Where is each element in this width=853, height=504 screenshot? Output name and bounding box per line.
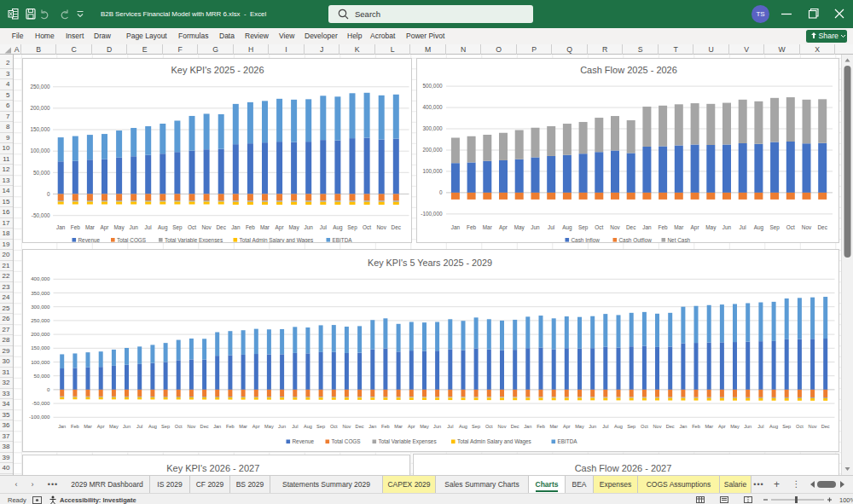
svg-text:May: May (705, 223, 717, 230)
svg-text:Nov: Nov (653, 423, 661, 428)
svg-text:Jan: Jan (450, 223, 460, 229)
svg-text:300,000: 300,000 (422, 125, 443, 131)
svg-text:Key KPI's 2025 - 2026: Key KPI's 2025 - 2026 (171, 64, 264, 74)
svg-text:200,000: 200,000 (31, 331, 50, 337)
svg-text:Mar: Mar (482, 223, 492, 229)
svg-text:May: May (288, 223, 299, 230)
svg-text:Apr: Apr (690, 223, 699, 230)
svg-text:Jan: Jan (524, 423, 531, 428)
svg-text:Revenue: Revenue (78, 236, 100, 242)
svg-text:200,000: 200,000 (30, 105, 50, 111)
svg-text:Dec: Dec (817, 223, 827, 229)
svg-text:Total Admin Salary and Wages: Total Admin Salary and Wages (239, 236, 313, 242)
svg-text:Jun: Jun (722, 223, 731, 229)
svg-text:Sep: Sep (347, 223, 357, 230)
svg-text:Nov: Nov (376, 223, 386, 229)
svg-text:Jun: Jun (122, 423, 130, 428)
svg-text:350,000: 350,000 (31, 289, 50, 295)
svg-text:Nov: Nov (801, 223, 811, 229)
svg-text:Dec: Dec (200, 423, 208, 428)
svg-text:Oct: Oct (363, 223, 371, 229)
svg-text:Sep: Sep (769, 223, 780, 230)
svg-text:Jun: Jun (304, 223, 313, 229)
svg-text:-100,000: -100,000 (29, 414, 50, 420)
svg-text:200,000: 200,000 (422, 147, 443, 153)
svg-text:Nov: Nov (201, 223, 212, 229)
svg-text:Jan: Jan (56, 223, 66, 229)
svg-text:Feb: Feb (381, 423, 390, 428)
svg-text:400,000: 400,000 (31, 275, 50, 281)
svg-text:Aug: Aug (562, 223, 572, 230)
svg-text:Jan: Jan (368, 423, 376, 428)
svg-text:Aug: Aug (459, 423, 467, 428)
svg-text:Jul: Jul (757, 423, 763, 428)
svg-text:Jun: Jun (589, 423, 596, 428)
svg-text:Feb: Feb (70, 223, 79, 229)
svg-text:Oct: Oct (595, 223, 603, 229)
svg-text:Feb: Feb (467, 223, 476, 229)
svg-text:Jun: Jun (433, 423, 441, 428)
svg-text:Total COGS: Total COGS (331, 438, 360, 444)
svg-text:0: 0 (438, 189, 442, 195)
svg-text:Jul: Jul (292, 423, 298, 428)
svg-text:Mar: Mar (84, 423, 92, 428)
svg-text:0: 0 (46, 190, 49, 196)
svg-text:Oct: Oct (485, 423, 492, 428)
svg-text:Total COGS: Total COGS (117, 236, 146, 242)
svg-text:Jan: Jan (679, 423, 687, 428)
svg-text:Feb: Feb (692, 423, 700, 428)
svg-text:Mar: Mar (394, 423, 403, 428)
svg-text:Aug: Aug (333, 223, 343, 230)
svg-text:Oct: Oct (329, 423, 337, 428)
svg-text:May: May (113, 223, 125, 230)
svg-text:Oct: Oct (641, 423, 648, 428)
svg-text:Feb: Feb (71, 423, 79, 428)
svg-text:Jan: Jan (231, 223, 241, 229)
svg-text:Sep: Sep (782, 423, 791, 428)
svg-text:Jul: Jul (739, 223, 746, 229)
svg-text:Apr: Apr (96, 423, 104, 428)
svg-text:Aug: Aug (769, 423, 778, 428)
svg-text:Key KPI's 5 Years 2025 - 2029: Key KPI's 5 Years 2025 - 2029 (367, 257, 491, 267)
svg-text:Dec: Dec (216, 223, 226, 229)
svg-text:Nov: Nov (497, 423, 506, 428)
svg-text:EBITDA: EBITDA (332, 236, 352, 242)
svg-text:Mar: Mar (674, 223, 684, 229)
svg-text:Jul: Jul (319, 223, 326, 229)
svg-text:100,000: 100,000 (30, 148, 50, 154)
svg-text:100,000: 100,000 (31, 358, 50, 364)
svg-text:Feb: Feb (245, 223, 254, 229)
svg-text:Nov: Nov (187, 423, 195, 428)
svg-text:Nov: Nov (610, 223, 620, 229)
svg-text:Apr: Apr (275, 223, 284, 230)
svg-text:Jan: Jan (213, 423, 221, 428)
svg-text:Aug: Aug (614, 423, 623, 428)
svg-text:100%: 100% (839, 496, 853, 504)
svg-text:Total Admin Salary and Wages: Total Admin Salary and Wages (457, 438, 531, 445)
svg-text:Jul: Jul (447, 423, 453, 428)
svg-text:Jan: Jan (58, 423, 66, 428)
svg-text:-100,000: -100,000 (421, 211, 443, 217)
svg-text:Jun: Jun (744, 423, 751, 428)
svg-text:50,000: 50,000 (33, 372, 49, 378)
svg-text:50,000: 50,000 (32, 169, 49, 175)
svg-text:Cash Inflow: Cash Inflow (571, 236, 600, 242)
svg-text:150,000: 150,000 (31, 345, 50, 350)
svg-text:-50,000: -50,000 (32, 400, 50, 406)
svg-text:Apr: Apr (499, 223, 508, 230)
svg-text:Cash Flow 2025 - 2026: Cash Flow 2025 - 2026 (580, 64, 677, 74)
svg-text:May: May (420, 423, 429, 428)
svg-text:Jul: Jul (602, 423, 608, 428)
svg-text:Jul: Jul (548, 223, 554, 229)
svg-text:Total Variable Expenses: Total Variable Expenses (165, 236, 223, 242)
svg-text:May: May (730, 423, 740, 428)
svg-text:Feb: Feb (537, 423, 545, 428)
svg-text:Jul: Jul (144, 223, 151, 229)
svg-text:Aug: Aug (158, 223, 168, 230)
svg-text:Sep: Sep (627, 423, 635, 428)
svg-text:Nov: Nov (808, 423, 816, 428)
svg-text:Apr: Apr (252, 423, 259, 428)
svg-text:Apr: Apr (718, 423, 726, 428)
svg-text:150,000: 150,000 (30, 126, 50, 132)
svg-text:May: May (109, 423, 119, 428)
